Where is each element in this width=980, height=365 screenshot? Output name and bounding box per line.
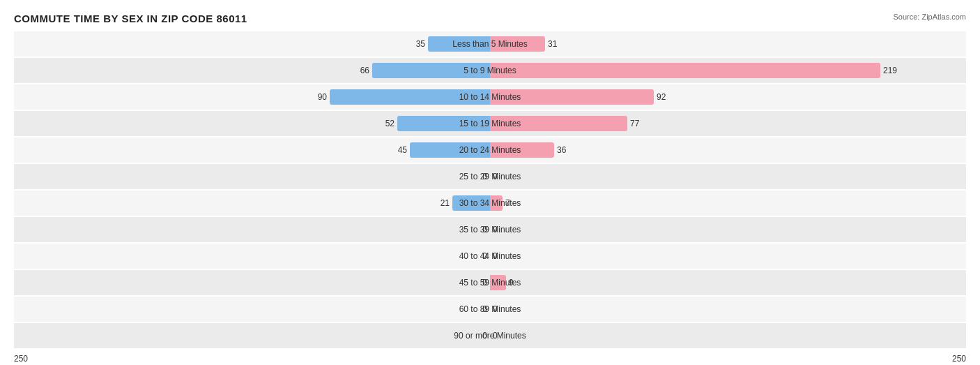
- bar-row: 040 to 44 Minutes0: [14, 244, 966, 269]
- male-bar: [410, 142, 490, 158]
- left-section: 90: [14, 84, 490, 110]
- male-bar: [397, 116, 490, 131]
- bar-row: 035 to 39 Minutes0: [14, 217, 966, 242]
- male-bar: [372, 63, 490, 78]
- bar-row: 5215 to 19 Minutes77: [14, 111, 966, 136]
- right-section: 0: [490, 244, 966, 269]
- male-value: 21: [441, 198, 450, 208]
- female-value: 0: [493, 225, 498, 234]
- right-section: 0: [490, 297, 966, 322]
- male-value: 35: [416, 39, 425, 49]
- left-section: 21: [14, 191, 490, 216]
- female-bar: [490, 195, 503, 211]
- male-value: 66: [360, 66, 369, 75]
- left-section: 0: [14, 323, 490, 348]
- chart-area: 35Less than 5 Minutes31665 to 9 Minutes2…: [14, 31, 966, 348]
- axis-right: 250: [952, 354, 966, 364]
- female-value: 92: [657, 92, 666, 102]
- right-section: 77: [490, 111, 966, 136]
- male-value: 0: [482, 278, 487, 288]
- male-value: 52: [385, 119, 395, 128]
- female-value: 7: [505, 198, 510, 208]
- bar-row: 665 to 9 Minutes219: [14, 58, 966, 83]
- title-row: COMMUTE TIME BY SEX IN ZIP CODE 86011 So…: [14, 13, 966, 24]
- female-bar: [490, 63, 880, 78]
- bar-row: 9010 to 14 Minutes92: [14, 84, 966, 110]
- male-value: 0: [482, 331, 487, 341]
- left-section: 0: [14, 297, 490, 322]
- left-section: 45: [14, 137, 490, 163]
- female-value: 0: [493, 331, 498, 341]
- bar-row: 35Less than 5 Minutes31: [14, 31, 966, 57]
- left-section: 35: [14, 31, 490, 57]
- female-value: 77: [630, 119, 639, 128]
- male-value: 0: [482, 304, 487, 314]
- chart-title: COMMUTE TIME BY SEX IN ZIP CODE 86011: [14, 13, 247, 24]
- male-value: 0: [482, 251, 487, 261]
- left-section: 0: [14, 217, 490, 242]
- female-value: 0: [493, 304, 498, 314]
- right-section: 31: [490, 31, 966, 57]
- bar-row: 025 to 29 Minutes0: [14, 164, 966, 189]
- female-value: 9: [509, 278, 514, 288]
- male-value: 0: [482, 172, 487, 181]
- female-value: 0: [493, 251, 498, 261]
- female-value: 31: [548, 39, 557, 49]
- female-value: 219: [883, 66, 897, 75]
- male-bar: [428, 36, 490, 52]
- left-section: 0: [14, 164, 490, 189]
- right-section: 0: [490, 164, 966, 189]
- right-section: 9: [490, 270, 966, 295]
- axis-left: 250: [14, 354, 28, 364]
- male-value: 45: [398, 145, 407, 155]
- male-value: 0: [482, 225, 487, 234]
- female-bar: [490, 116, 627, 131]
- chart-container: COMMUTE TIME BY SEX IN ZIP CODE 86011 So…: [0, 0, 980, 365]
- female-bar: [490, 275, 506, 290]
- bar-row: 2130 to 34 Minutes7: [14, 191, 966, 216]
- right-section: 0: [490, 323, 966, 348]
- left-section: 52: [14, 111, 490, 136]
- female-bar: [490, 89, 654, 105]
- male-bar: [452, 195, 490, 211]
- male-value: 90: [318, 92, 327, 102]
- right-section: 7: [490, 191, 966, 216]
- female-value: 0: [493, 172, 498, 181]
- male-bar: [330, 89, 490, 105]
- bar-row: 090 or more Minutes0: [14, 323, 966, 348]
- right-section: 36: [490, 137, 966, 163]
- left-section: 0: [14, 270, 490, 295]
- right-section: 219: [490, 58, 966, 83]
- axis-labels: 250 250: [14, 354, 966, 364]
- right-section: 92: [490, 84, 966, 110]
- female-bar: [490, 142, 554, 158]
- left-section: 0: [14, 244, 490, 269]
- bar-row: 060 to 89 Minutes0: [14, 297, 966, 322]
- source-text: Source: ZipAtlas.com: [893, 13, 966, 21]
- bar-row: 4520 to 24 Minutes36: [14, 137, 966, 163]
- bar-row: 045 to 59 Minutes9: [14, 270, 966, 295]
- left-section: 66: [14, 58, 490, 83]
- female-bar: [490, 36, 545, 52]
- right-section: 0: [490, 217, 966, 242]
- female-value: 36: [557, 145, 566, 155]
